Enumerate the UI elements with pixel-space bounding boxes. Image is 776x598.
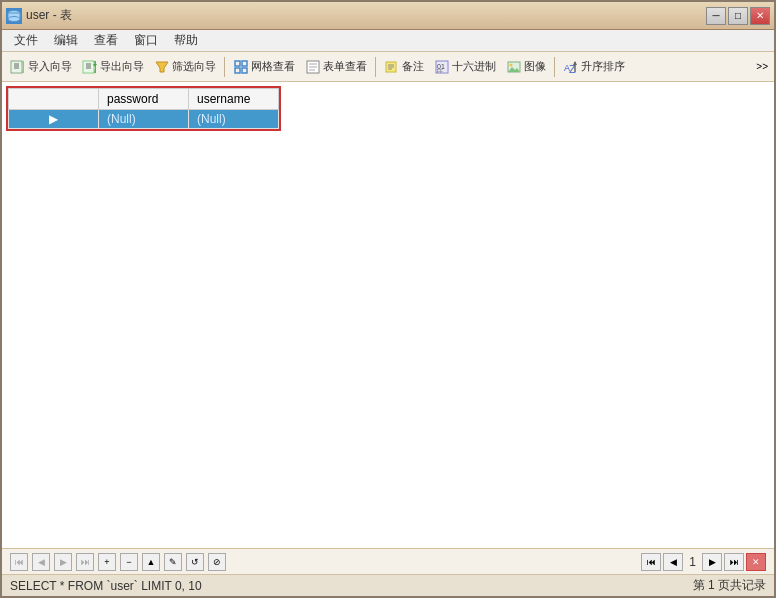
image-icon — [506, 59, 522, 75]
menu-edit[interactable]: 编辑 — [46, 30, 86, 51]
minimize-button[interactable]: ─ — [706, 7, 726, 25]
menu-file[interactable]: 文件 — [6, 30, 46, 51]
page-last-button[interactable]: ⏭ — [724, 553, 744, 571]
column-header-password[interactable]: password — [99, 89, 189, 110]
nav-prev-button[interactable]: ◀ — [32, 553, 50, 571]
statusbar: SELECT * FROM `user` LIMIT 0, 10 第 1 页共记… — [2, 574, 774, 596]
svg-rect-15 — [235, 61, 240, 66]
sql-query: SELECT * FROM `user` LIMIT 0, 10 — [10, 579, 202, 593]
sort-icon: A Z — [563, 59, 579, 75]
grid-view-button[interactable]: 网格查看 — [229, 57, 299, 77]
filter-icon — [154, 59, 170, 75]
main-window: user - 表 ─ □ ✕ 文件 编辑 查看 窗口 帮助 导入 — [0, 0, 776, 598]
maximize-button[interactable]: □ — [728, 7, 748, 25]
separator-2 — [375, 57, 376, 77]
data-table: password username ▶ (Null) (Null) — [8, 88, 279, 129]
nav-last-button[interactable]: ⏭ — [76, 553, 94, 571]
backup-button[interactable]: 备注 — [380, 57, 428, 77]
form-icon — [305, 59, 321, 75]
row-indicator-header — [9, 89, 99, 110]
export-icon — [82, 59, 98, 75]
svg-point-2 — [8, 16, 20, 21]
separator-1 — [224, 57, 225, 77]
toolbar-expand-button[interactable]: >> — [754, 59, 770, 74]
bottom-toolbar: ⏮ ◀ ▶ ⏭ + − ▲ ✎ ↺ ⊘ ⏮ ◀ 1 ▶ ⏭ ✕ — [2, 548, 774, 574]
svg-point-31 — [510, 63, 513, 66]
form-view-button[interactable]: 表单查看 — [301, 57, 371, 77]
image-view-button[interactable]: 图像 — [502, 57, 550, 77]
menu-window[interactable]: 窗口 — [126, 30, 166, 51]
table-row[interactable]: ▶ (Null) (Null) — [9, 110, 279, 129]
svg-rect-17 — [235, 68, 240, 73]
hex-icon: 01 FF — [434, 59, 450, 75]
export-wizard-button[interactable]: 导出向导 — [78, 57, 148, 77]
svg-rect-18 — [242, 68, 247, 73]
separator-3 — [554, 57, 555, 77]
table-wrapper: password username ▶ (Null) (Null) — [6, 86, 281, 131]
page-prev-button[interactable]: ◀ — [663, 553, 683, 571]
svg-text:FF: FF — [437, 68, 443, 74]
edit-button[interactable]: ✎ — [164, 553, 182, 571]
grid-icon — [233, 59, 249, 75]
window-title: user - 表 — [26, 7, 706, 24]
cell-password[interactable]: (Null) — [99, 110, 189, 129]
page-number: 1 — [685, 555, 700, 569]
content-area: password username ▶ (Null) (Null) — [2, 82, 774, 548]
app-icon — [6, 8, 22, 24]
cell-username[interactable]: (Null) — [189, 110, 279, 129]
delete-row-button[interactable]: − — [120, 553, 138, 571]
nav-first-button[interactable]: ⏮ — [10, 553, 28, 571]
svg-rect-3 — [11, 61, 22, 73]
svg-rect-8 — [83, 61, 94, 73]
svg-rect-16 — [242, 61, 247, 66]
titlebar: user - 表 ─ □ ✕ — [2, 2, 774, 30]
hex-view-button[interactable]: 01 FF 十六进制 — [430, 57, 500, 77]
menubar: 文件 编辑 查看 窗口 帮助 — [2, 30, 774, 52]
add-row-button[interactable]: + — [98, 553, 116, 571]
page-navigation: ⏮ ◀ 1 ▶ ⏭ ✕ — [641, 553, 766, 571]
import-icon — [10, 59, 26, 75]
close-button[interactable]: ✕ — [750, 7, 770, 25]
refresh-button[interactable]: ↺ — [186, 553, 204, 571]
row-arrow: ▶ — [9, 110, 99, 129]
column-header-username[interactable]: username — [189, 89, 279, 110]
cancel-button[interactable]: ⊘ — [208, 553, 226, 571]
page-next-button[interactable]: ▶ — [702, 553, 722, 571]
sort-asc-button[interactable]: A Z 升序排序 — [559, 57, 629, 77]
table-container[interactable]: password username ▶ (Null) (Null) — [2, 82, 774, 548]
menu-view[interactable]: 查看 — [86, 30, 126, 51]
import-wizard-button[interactable]: 导入向导 — [6, 57, 76, 77]
move-up-button[interactable]: ▲ — [142, 553, 160, 571]
menu-help[interactable]: 帮助 — [166, 30, 206, 51]
window-controls: ─ □ ✕ — [706, 7, 770, 25]
stop-button[interactable]: ✕ — [746, 553, 766, 571]
page-first-button[interactable]: ⏮ — [641, 553, 661, 571]
toolbar: 导入向导 导出向导 筛选向导 — [2, 52, 774, 82]
page-info: 第 1 页共记录 — [693, 577, 766, 594]
svg-marker-14 — [156, 62, 168, 72]
backup-icon — [384, 59, 400, 75]
nav-next-button[interactable]: ▶ — [54, 553, 72, 571]
filter-wizard-button[interactable]: 筛选向导 — [150, 57, 220, 77]
